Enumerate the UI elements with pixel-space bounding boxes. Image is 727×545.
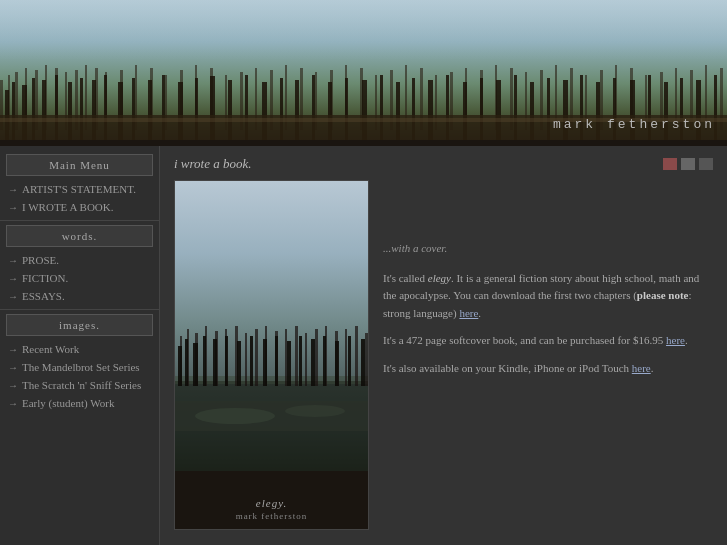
- svg-rect-126: [365, 333, 368, 386]
- main-layout: Main Menu → ARTIST'S STATEMENT. → I WROT…: [0, 146, 727, 545]
- sidebar-item-label: I WROTE A BOOK.: [22, 201, 113, 213]
- page-title: i wrote a book.: [174, 156, 252, 172]
- sidebar-item-label: Recent Work: [22, 343, 79, 355]
- svg-rect-125: [355, 326, 358, 386]
- description-paragraph-3: It's also available on your Kindle, iPho…: [383, 360, 713, 378]
- email-icon[interactable]: [699, 158, 713, 170]
- print-icon[interactable]: [681, 158, 695, 170]
- sidebar: Main Menu → ARTIST'S STATEMENT. → I WROT…: [0, 146, 160, 545]
- svg-rect-142: [348, 336, 351, 386]
- svg-rect-133: [237, 341, 241, 386]
- pdf-icon[interactable]: [663, 158, 677, 170]
- svg-rect-135: [263, 339, 267, 386]
- description-paragraph-1: It's called elegy. It is a general ficti…: [383, 270, 713, 323]
- svg-rect-118: [285, 329, 287, 386]
- content-header: i wrote a book.: [174, 156, 713, 172]
- content-body: elegy. mark fetherston ...with a cover. …: [174, 180, 713, 530]
- svg-rect-127: [178, 346, 182, 386]
- sidebar-item-scratch-sniff[interactable]: → The Scratch 'n' Sniff Series: [0, 376, 159, 394]
- svg-rect-1: [0, 0, 727, 60]
- digital-link[interactable]: here: [632, 362, 651, 374]
- svg-rect-129: [193, 343, 198, 386]
- book-cover-footer: elegy. mark fetherston: [175, 497, 368, 521]
- svg-rect-120: [305, 333, 307, 386]
- arrow-icon: →: [8, 291, 18, 302]
- svg-rect-140: [323, 336, 326, 386]
- sidebar-item-prose[interactable]: → PROSE.: [0, 251, 159, 269]
- sidebar-item-label: ESSAYS.: [22, 290, 65, 302]
- arrow-icon: →: [8, 202, 18, 213]
- svg-rect-136: [275, 336, 278, 386]
- arrow-icon: →: [8, 398, 18, 409]
- download-link[interactable]: here: [459, 307, 478, 319]
- arrow-icon: →: [8, 380, 18, 391]
- content-icons: [663, 158, 713, 170]
- sidebar-divider-2: [0, 309, 159, 310]
- arrow-icon: →: [8, 273, 18, 284]
- with-cover-text: ...with a cover.: [383, 240, 713, 258]
- sidebar-item-early-work[interactable]: → Early (student) Work: [0, 394, 159, 412]
- arrow-icon: →: [8, 344, 18, 355]
- svg-rect-137: [287, 341, 291, 386]
- sidebar-item-fiction[interactable]: → FICTION.: [0, 269, 159, 287]
- svg-rect-132: [225, 336, 228, 386]
- sidebar-item-label: FICTION.: [22, 272, 68, 284]
- book-cover: elegy. mark fetherston: [174, 180, 369, 530]
- book-description: ...with a cover. It's called elegy. It i…: [383, 180, 713, 530]
- svg-point-146: [285, 405, 345, 417]
- arrow-icon: →: [8, 255, 18, 266]
- arrow-icon: →: [8, 362, 18, 373]
- sidebar-item-artists-statement[interactable]: → ARTIST'S STATEMENT.: [0, 180, 159, 198]
- sidebar-item-label: PROSE.: [22, 254, 59, 266]
- site-title: mark fetherston: [553, 117, 715, 132]
- sidebar-item-book[interactable]: → I WROTE A BOOK.: [0, 198, 159, 216]
- book-cover-image: [175, 181, 369, 471]
- book-title: elegy.: [175, 497, 368, 509]
- svg-rect-115: [255, 329, 258, 386]
- purchase-link[interactable]: here: [666, 334, 685, 346]
- svg-rect-138: [299, 336, 302, 386]
- svg-rect-130: [203, 336, 206, 386]
- words-header: words.: [6, 225, 153, 247]
- sidebar-divider: [0, 220, 159, 221]
- sidebar-item-essays[interactable]: → ESSAYS.: [0, 287, 159, 305]
- sidebar-item-label: The Mandelbrot Set Series: [22, 361, 140, 373]
- svg-rect-121: [315, 329, 318, 386]
- svg-point-145: [195, 408, 275, 424]
- svg-rect-139: [311, 339, 315, 386]
- svg-rect-124: [345, 329, 347, 386]
- book-author: mark fetherston: [175, 511, 368, 521]
- main-menu-header: Main Menu: [6, 154, 153, 176]
- svg-rect-131: [213, 339, 217, 386]
- sidebar-item-mandelbrot[interactable]: → The Mandelbrot Set Series: [0, 358, 159, 376]
- description-paragraph-2: It's a 472 page softcover book, and can …: [383, 332, 713, 350]
- sidebar-item-label: Early (student) Work: [22, 397, 114, 409]
- arrow-icon: →: [8, 184, 18, 195]
- svg-rect-143: [361, 339, 365, 386]
- site-header: mark fetherston: [0, 0, 727, 140]
- svg-rect-134: [250, 336, 253, 386]
- images-header: images.: [6, 314, 153, 336]
- svg-rect-141: [335, 341, 339, 386]
- svg-rect-119: [295, 326, 298, 386]
- svg-rect-128: [185, 339, 188, 386]
- sidebar-item-label: ARTIST'S STATEMENT.: [22, 183, 136, 195]
- content-area: i wrote a book.: [160, 146, 727, 545]
- svg-rect-114: [245, 333, 247, 386]
- sidebar-item-label: The Scratch 'n' Sniff Series: [22, 379, 141, 391]
- sidebar-item-recent-work[interactable]: → Recent Work: [0, 340, 159, 358]
